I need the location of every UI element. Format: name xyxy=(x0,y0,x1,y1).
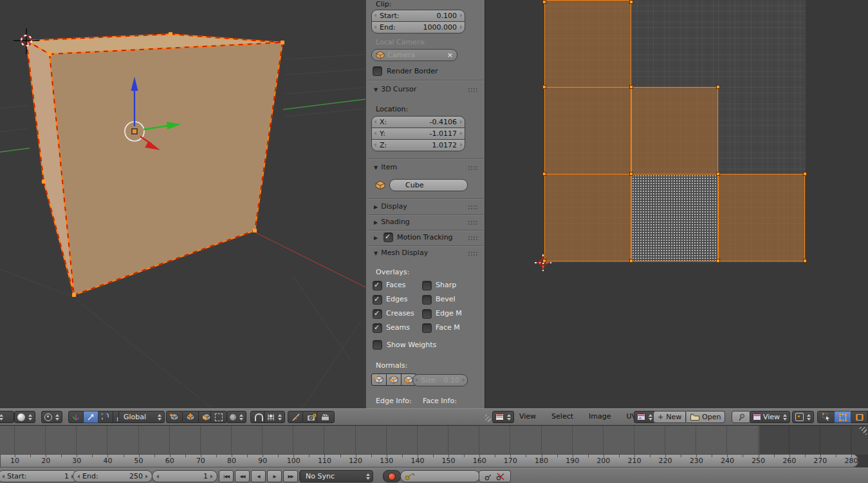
play-button[interactable]: ▶ xyxy=(267,470,282,482)
panel-grip[interactable] xyxy=(468,205,477,210)
checkbox[interactable] xyxy=(422,323,432,333)
panel-grip[interactable] xyxy=(468,236,477,241)
show-weights-checkbox[interactable] xyxy=(373,340,382,350)
uv-edge-select-button[interactable] xyxy=(851,411,868,423)
overlay-creases[interactable]: Creases xyxy=(373,309,422,317)
uv-face-selected[interactable] xyxy=(631,87,718,175)
split-normals-button[interactable] xyxy=(387,374,402,386)
editor-type-dropdown[interactable] xyxy=(0,411,14,423)
uv-editor-canvas[interactable] xyxy=(485,0,868,409)
translate-manipulator-button[interactable] xyxy=(84,411,98,423)
checkbox[interactable] xyxy=(422,281,432,290)
rotate-manipulator-button[interactable] xyxy=(98,411,113,423)
panel-header-3d-cursor[interactable]: ▼3D Cursor xyxy=(374,85,416,93)
overlay-seams[interactable]: Seams xyxy=(373,323,422,332)
next-keyframe-button[interactable]: ▶▶ xyxy=(283,470,298,482)
overlay-faces[interactable]: Faces xyxy=(373,281,422,289)
transform-orientation-dropdown[interactable]: Global xyxy=(118,411,165,423)
render-border-checkbox[interactable] xyxy=(373,66,382,76)
cursor-y-field[interactable]: Y: -1.0117 xyxy=(371,128,465,140)
snap-element-dropdown[interactable] xyxy=(264,411,285,423)
motion-tracking-checkbox[interactable] xyxy=(383,232,393,242)
normals-size-field[interactable]: Size: 0.10 xyxy=(412,374,468,386)
viewport-shading-dropdown[interactable] xyxy=(14,411,35,423)
menu-select[interactable]: Select xyxy=(544,409,581,424)
vertex-select-mode-button[interactable] xyxy=(166,411,183,423)
frame-end-field[interactable]: End: 250 xyxy=(73,470,152,482)
proportional-edit-dropdown[interactable] xyxy=(226,411,246,423)
uv-editor-type-dropdown[interactable] xyxy=(492,411,514,423)
checkbox[interactable] xyxy=(373,281,382,290)
panel-header-shading[interactable]: ▶Shading xyxy=(374,218,410,226)
uv-face-active[interactable] xyxy=(631,174,718,261)
uv-vertex[interactable] xyxy=(716,259,720,263)
panel-grip[interactable] xyxy=(468,251,477,256)
play-reverse-button[interactable]: ◀ xyxy=(251,470,266,482)
panel-header-mesh-display[interactable]: ▼Mesh Display xyxy=(374,249,428,257)
cursor-x-field[interactable]: X: -0.4106 xyxy=(371,116,465,128)
current-frame-field[interactable]: 1 xyxy=(152,470,217,482)
uv-vertex[interactable] xyxy=(629,0,633,4)
uv-face-selected[interactable] xyxy=(544,87,631,175)
checkbox[interactable] xyxy=(422,295,432,305)
uv-pivot-dropdown[interactable] xyxy=(792,411,814,423)
cube-mesh[interactable] xyxy=(26,32,284,297)
uv-face-selected[interactable] xyxy=(718,174,805,261)
uv-vertex[interactable] xyxy=(542,85,546,89)
frame-start-field[interactable]: Start: 1 xyxy=(0,470,78,482)
overlay-sharp[interactable]: Sharp xyxy=(422,281,472,289)
manipulator-toggle-button[interactable] xyxy=(68,411,84,423)
menu-view[interactable]: View xyxy=(512,409,544,424)
uv-vertex[interactable] xyxy=(629,172,633,176)
panel-header-display[interactable]: ▶Display xyxy=(374,202,407,211)
opengl-render-animation-button[interactable] xyxy=(317,411,335,423)
uv-vertex[interactable] xyxy=(803,172,807,176)
uv-vertex-select-button[interactable] xyxy=(834,411,851,423)
av-sync-dropdown[interactable]: No Sync xyxy=(300,470,373,482)
uv-vertex[interactable] xyxy=(629,85,633,89)
record-button[interactable] xyxy=(383,470,401,482)
uv-vertex[interactable] xyxy=(629,259,633,263)
uv-face-selected[interactable] xyxy=(544,0,631,88)
prev-keyframe-button[interactable]: ◀◀ xyxy=(235,470,250,482)
panel-grip[interactable] xyxy=(468,220,477,225)
uv-sync-select-button[interactable] xyxy=(817,411,835,423)
uv-vertex[interactable] xyxy=(542,259,546,263)
vertex-normals-button[interactable] xyxy=(371,374,387,386)
image-new-button[interactable]: + New xyxy=(653,411,686,423)
checkbox[interactable] xyxy=(422,309,432,319)
overlay-bevel[interactable]: Bevel xyxy=(422,295,472,303)
uv-face-selected[interactable] xyxy=(544,174,631,261)
overlay-face-m[interactable]: Face M xyxy=(422,323,472,332)
clear-camera-icon[interactable]: × xyxy=(447,51,453,59)
uv-vertex[interactable] xyxy=(716,85,720,89)
panel-grip[interactable] xyxy=(468,88,477,93)
uv-vertex[interactable] xyxy=(542,172,546,176)
checkbox[interactable] xyxy=(373,323,382,333)
display-channels-dropdown[interactable]: View xyxy=(750,411,790,423)
image-pin-button[interactable] xyxy=(732,411,751,423)
uv-vertex[interactable] xyxy=(542,0,546,4)
overlay-edge-m[interactable]: Edge M xyxy=(422,309,472,317)
uv-vertex[interactable] xyxy=(803,259,807,263)
menu-image[interactable]: Image xyxy=(581,409,618,424)
timeline-band[interactable] xyxy=(0,425,868,455)
camera-field[interactable]: Camera × xyxy=(371,49,457,61)
limit-to-visible-button[interactable] xyxy=(210,411,227,423)
clip-start-field[interactable]: Start: 0.100 xyxy=(371,10,465,22)
image-datablock-dropdown[interactable] xyxy=(634,411,656,423)
cursor-z-field[interactable]: Z: 1.0172 xyxy=(371,139,465,151)
delete-keyframe-button[interactable] xyxy=(491,470,511,482)
edge-select-mode-button[interactable] xyxy=(183,411,199,423)
clip-end-field[interactable]: End: 1000.000 xyxy=(371,21,465,33)
checkbox[interactable] xyxy=(373,309,382,319)
overlay-edges[interactable]: Edges xyxy=(373,295,422,303)
mesh-name-field[interactable]: Cube xyxy=(389,179,468,191)
pivot-point-dropdown[interactable] xyxy=(41,411,62,423)
keying-set-dropdown[interactable] xyxy=(400,470,480,482)
jump-to-start-button[interactable]: |◀◀ xyxy=(219,470,234,482)
checkbox[interactable] xyxy=(373,295,382,305)
uv-vertex[interactable] xyxy=(716,172,720,176)
panel-grip[interactable] xyxy=(468,166,477,171)
timeline-ruler[interactable]: 1020304050607080901001101201301401501601… xyxy=(0,454,858,468)
